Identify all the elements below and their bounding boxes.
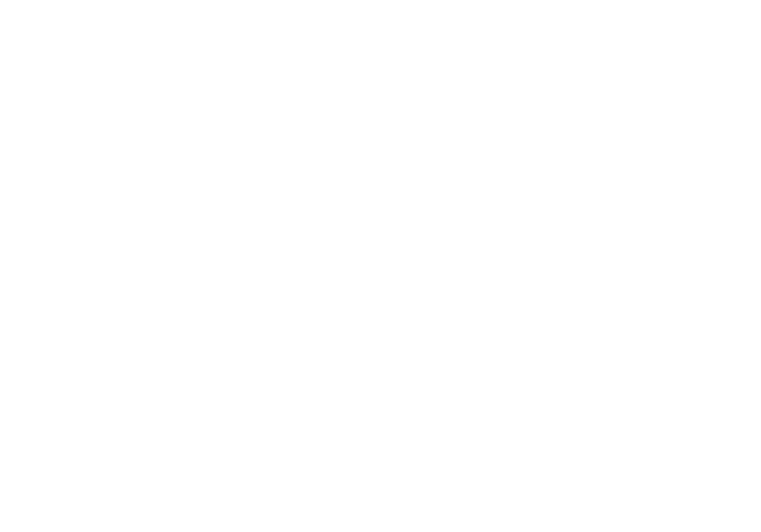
y-axis-label-sigma [31, 344, 47, 512]
plot-canvas [0, 0, 761, 532]
figure [0, 0, 761, 532]
